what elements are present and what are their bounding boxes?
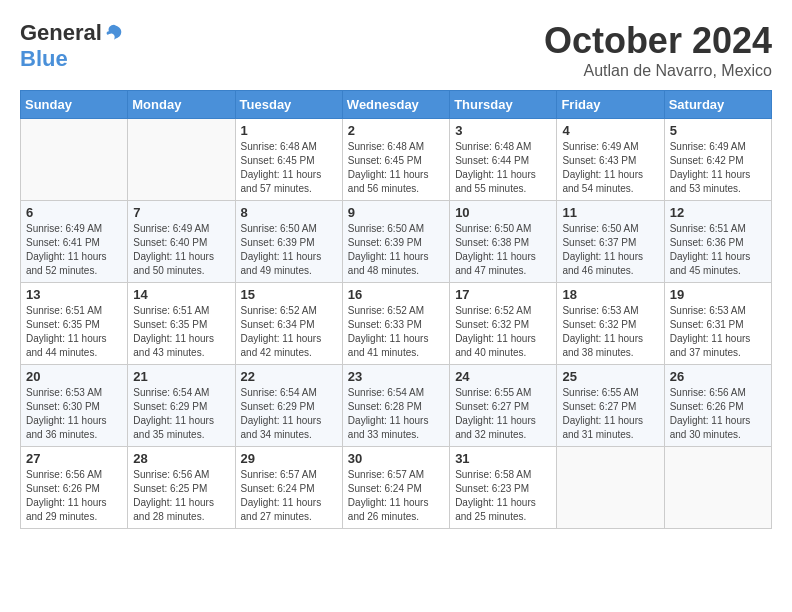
day-number: 5 bbox=[670, 123, 766, 138]
day-number: 25 bbox=[562, 369, 658, 384]
day-number: 10 bbox=[455, 205, 551, 220]
logo-bird-icon bbox=[104, 23, 124, 43]
week-row-2: 6Sunrise: 6:49 AM Sunset: 6:41 PM Daylig… bbox=[21, 201, 772, 283]
calendar-cell bbox=[128, 119, 235, 201]
calendar-cell: 16Sunrise: 6:52 AM Sunset: 6:33 PM Dayli… bbox=[342, 283, 449, 365]
day-info: Sunrise: 6:49 AM Sunset: 6:40 PM Dayligh… bbox=[133, 222, 229, 278]
calendar-cell: 3Sunrise: 6:48 AM Sunset: 6:44 PM Daylig… bbox=[450, 119, 557, 201]
day-number: 7 bbox=[133, 205, 229, 220]
day-info: Sunrise: 6:53 AM Sunset: 6:32 PM Dayligh… bbox=[562, 304, 658, 360]
day-number: 23 bbox=[348, 369, 444, 384]
header-day-saturday: Saturday bbox=[664, 91, 771, 119]
day-info: Sunrise: 6:49 AM Sunset: 6:43 PM Dayligh… bbox=[562, 140, 658, 196]
calendar-cell: 14Sunrise: 6:51 AM Sunset: 6:35 PM Dayli… bbox=[128, 283, 235, 365]
calendar-cell: 25Sunrise: 6:55 AM Sunset: 6:27 PM Dayli… bbox=[557, 365, 664, 447]
day-number: 9 bbox=[348, 205, 444, 220]
day-info: Sunrise: 6:50 AM Sunset: 6:38 PM Dayligh… bbox=[455, 222, 551, 278]
day-info: Sunrise: 6:54 AM Sunset: 6:28 PM Dayligh… bbox=[348, 386, 444, 442]
header-day-friday: Friday bbox=[557, 91, 664, 119]
calendar-cell: 22Sunrise: 6:54 AM Sunset: 6:29 PM Dayli… bbox=[235, 365, 342, 447]
day-number: 17 bbox=[455, 287, 551, 302]
day-number: 1 bbox=[241, 123, 337, 138]
day-info: Sunrise: 6:50 AM Sunset: 6:39 PM Dayligh… bbox=[241, 222, 337, 278]
day-info: Sunrise: 6:49 AM Sunset: 6:42 PM Dayligh… bbox=[670, 140, 766, 196]
calendar-cell: 11Sunrise: 6:50 AM Sunset: 6:37 PM Dayli… bbox=[557, 201, 664, 283]
day-number: 21 bbox=[133, 369, 229, 384]
day-number: 31 bbox=[455, 451, 551, 466]
calendar-cell bbox=[21, 119, 128, 201]
calendar-cell: 31Sunrise: 6:58 AM Sunset: 6:23 PM Dayli… bbox=[450, 447, 557, 529]
day-number: 11 bbox=[562, 205, 658, 220]
day-info: Sunrise: 6:56 AM Sunset: 6:26 PM Dayligh… bbox=[26, 468, 122, 524]
day-number: 4 bbox=[562, 123, 658, 138]
header-day-sunday: Sunday bbox=[21, 91, 128, 119]
day-number: 15 bbox=[241, 287, 337, 302]
calendar-cell: 5Sunrise: 6:49 AM Sunset: 6:42 PM Daylig… bbox=[664, 119, 771, 201]
calendar-body: 1Sunrise: 6:48 AM Sunset: 6:45 PM Daylig… bbox=[21, 119, 772, 529]
day-number: 6 bbox=[26, 205, 122, 220]
day-info: Sunrise: 6:52 AM Sunset: 6:32 PM Dayligh… bbox=[455, 304, 551, 360]
header-day-tuesday: Tuesday bbox=[235, 91, 342, 119]
day-info: Sunrise: 6:53 AM Sunset: 6:30 PM Dayligh… bbox=[26, 386, 122, 442]
calendar-cell: 18Sunrise: 6:53 AM Sunset: 6:32 PM Dayli… bbox=[557, 283, 664, 365]
day-info: Sunrise: 6:48 AM Sunset: 6:45 PM Dayligh… bbox=[348, 140, 444, 196]
calendar-table: SundayMondayTuesdayWednesdayThursdayFrid… bbox=[20, 90, 772, 529]
day-number: 2 bbox=[348, 123, 444, 138]
calendar-cell: 28Sunrise: 6:56 AM Sunset: 6:25 PM Dayli… bbox=[128, 447, 235, 529]
day-number: 29 bbox=[241, 451, 337, 466]
calendar-cell: 15Sunrise: 6:52 AM Sunset: 6:34 PM Dayli… bbox=[235, 283, 342, 365]
calendar-cell: 8Sunrise: 6:50 AM Sunset: 6:39 PM Daylig… bbox=[235, 201, 342, 283]
day-number: 27 bbox=[26, 451, 122, 466]
day-number: 16 bbox=[348, 287, 444, 302]
logo-blue: Blue bbox=[20, 46, 68, 72]
day-info: Sunrise: 6:58 AM Sunset: 6:23 PM Dayligh… bbox=[455, 468, 551, 524]
calendar-cell: 9Sunrise: 6:50 AM Sunset: 6:39 PM Daylig… bbox=[342, 201, 449, 283]
day-number: 8 bbox=[241, 205, 337, 220]
day-info: Sunrise: 6:54 AM Sunset: 6:29 PM Dayligh… bbox=[133, 386, 229, 442]
day-info: Sunrise: 6:52 AM Sunset: 6:33 PM Dayligh… bbox=[348, 304, 444, 360]
week-row-3: 13Sunrise: 6:51 AM Sunset: 6:35 PM Dayli… bbox=[21, 283, 772, 365]
calendar-cell: 26Sunrise: 6:56 AM Sunset: 6:26 PM Dayli… bbox=[664, 365, 771, 447]
day-info: Sunrise: 6:50 AM Sunset: 6:37 PM Dayligh… bbox=[562, 222, 658, 278]
logo: General Blue bbox=[20, 20, 124, 72]
month-title: October 2024 bbox=[544, 20, 772, 62]
header-day-monday: Monday bbox=[128, 91, 235, 119]
calendar-header: SundayMondayTuesdayWednesdayThursdayFrid… bbox=[21, 91, 772, 119]
calendar-cell: 24Sunrise: 6:55 AM Sunset: 6:27 PM Dayli… bbox=[450, 365, 557, 447]
day-number: 22 bbox=[241, 369, 337, 384]
day-info: Sunrise: 6:55 AM Sunset: 6:27 PM Dayligh… bbox=[562, 386, 658, 442]
day-info: Sunrise: 6:56 AM Sunset: 6:26 PM Dayligh… bbox=[670, 386, 766, 442]
day-info: Sunrise: 6:57 AM Sunset: 6:24 PM Dayligh… bbox=[348, 468, 444, 524]
week-row-5: 27Sunrise: 6:56 AM Sunset: 6:26 PM Dayli… bbox=[21, 447, 772, 529]
logo-general: General bbox=[20, 20, 102, 46]
location-subtitle: Autlan de Navarro, Mexico bbox=[544, 62, 772, 80]
day-number: 28 bbox=[133, 451, 229, 466]
calendar-cell: 1Sunrise: 6:48 AM Sunset: 6:45 PM Daylig… bbox=[235, 119, 342, 201]
day-number: 20 bbox=[26, 369, 122, 384]
calendar-cell: 13Sunrise: 6:51 AM Sunset: 6:35 PM Dayli… bbox=[21, 283, 128, 365]
week-row-1: 1Sunrise: 6:48 AM Sunset: 6:45 PM Daylig… bbox=[21, 119, 772, 201]
header-day-wednesday: Wednesday bbox=[342, 91, 449, 119]
calendar-cell: 17Sunrise: 6:52 AM Sunset: 6:32 PM Dayli… bbox=[450, 283, 557, 365]
day-number: 14 bbox=[133, 287, 229, 302]
day-number: 3 bbox=[455, 123, 551, 138]
day-info: Sunrise: 6:57 AM Sunset: 6:24 PM Dayligh… bbox=[241, 468, 337, 524]
day-info: Sunrise: 6:50 AM Sunset: 6:39 PM Dayligh… bbox=[348, 222, 444, 278]
day-number: 30 bbox=[348, 451, 444, 466]
day-info: Sunrise: 6:51 AM Sunset: 6:35 PM Dayligh… bbox=[133, 304, 229, 360]
calendar-cell bbox=[664, 447, 771, 529]
calendar-cell: 20Sunrise: 6:53 AM Sunset: 6:30 PM Dayli… bbox=[21, 365, 128, 447]
page-header: General Blue October 2024 Autlan de Nava… bbox=[20, 20, 772, 80]
title-section: October 2024 Autlan de Navarro, Mexico bbox=[544, 20, 772, 80]
day-number: 24 bbox=[455, 369, 551, 384]
calendar-cell: 2Sunrise: 6:48 AM Sunset: 6:45 PM Daylig… bbox=[342, 119, 449, 201]
day-info: Sunrise: 6:51 AM Sunset: 6:35 PM Dayligh… bbox=[26, 304, 122, 360]
week-row-4: 20Sunrise: 6:53 AM Sunset: 6:30 PM Dayli… bbox=[21, 365, 772, 447]
calendar-cell bbox=[557, 447, 664, 529]
header-row: SundayMondayTuesdayWednesdayThursdayFrid… bbox=[21, 91, 772, 119]
day-number: 13 bbox=[26, 287, 122, 302]
calendar-cell: 6Sunrise: 6:49 AM Sunset: 6:41 PM Daylig… bbox=[21, 201, 128, 283]
calendar-cell: 29Sunrise: 6:57 AM Sunset: 6:24 PM Dayli… bbox=[235, 447, 342, 529]
day-info: Sunrise: 6:54 AM Sunset: 6:29 PM Dayligh… bbox=[241, 386, 337, 442]
day-info: Sunrise: 6:53 AM Sunset: 6:31 PM Dayligh… bbox=[670, 304, 766, 360]
